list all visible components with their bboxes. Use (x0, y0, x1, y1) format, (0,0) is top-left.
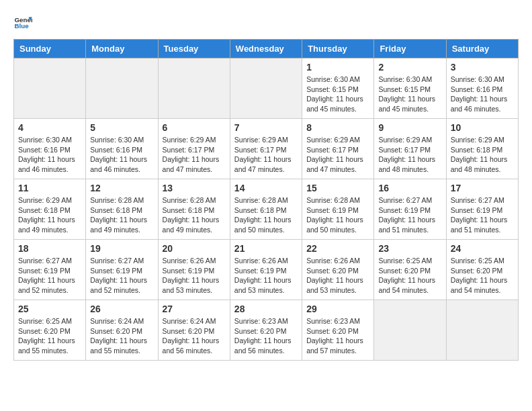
calendar-cell: 23Sunrise: 6:25 AMSunset: 6:20 PMDayligh… (374, 240, 446, 300)
day-number: 1 (306, 62, 369, 73)
cell-info: Sunrise: 6:28 AMSunset: 6:18 PMDaylight:… (90, 195, 153, 235)
day-number: 27 (163, 304, 226, 314)
calendar-week-4: 18Sunrise: 6:27 AMSunset: 6:19 PMDayligh… (14, 240, 519, 300)
day-number: 7 (234, 122, 298, 133)
calendar-cell: 28Sunrise: 6:23 AMSunset: 6:20 PMDayligh… (230, 300, 302, 361)
day-number: 21 (234, 243, 298, 254)
cell-info: Sunrise: 6:30 AMSunset: 6:16 PMDaylight:… (451, 75, 514, 114)
calendar-cell: 2Sunrise: 6:30 AMSunset: 6:15 PMDaylight… (374, 58, 446, 119)
cell-info: Sunrise: 6:27 AMSunset: 6:19 PMDaylight:… (18, 256, 81, 295)
day-header-friday: Friday (374, 40, 446, 58)
logo-icon: General Blue (13, 13, 32, 32)
calendar-cell: 15Sunrise: 6:28 AMSunset: 6:19 PMDayligh… (302, 179, 374, 240)
calendar-cell: 24Sunrise: 6:25 AMSunset: 6:20 PMDayligh… (446, 240, 518, 300)
cell-info: Sunrise: 6:27 AMSunset: 6:19 PMDaylight:… (451, 195, 514, 235)
day-number: 23 (378, 243, 441, 254)
cell-info: Sunrise: 6:29 AMSunset: 6:17 PMDaylight:… (234, 135, 298, 175)
day-number: 17 (451, 183, 514, 193)
calendar-cell: 11Sunrise: 6:29 AMSunset: 6:18 PMDayligh… (14, 179, 86, 240)
calendar-cell: 4Sunrise: 6:30 AMSunset: 6:16 PMDaylight… (14, 119, 86, 179)
calendar-cell (446, 300, 518, 361)
cell-info: Sunrise: 6:29 AMSunset: 6:17 PMDaylight:… (163, 135, 226, 175)
cell-info: Sunrise: 6:27 AMSunset: 6:19 PMDaylight:… (378, 195, 441, 235)
day-number: 6 (163, 122, 226, 133)
cell-info: Sunrise: 6:29 AMSunset: 6:18 PMDaylight:… (451, 135, 514, 175)
day-number: 16 (378, 183, 441, 193)
day-header-thursday: Thursday (302, 40, 374, 58)
calendar-cell: 10Sunrise: 6:29 AMSunset: 6:18 PMDayligh… (446, 119, 518, 179)
day-number: 14 (234, 183, 298, 193)
calendar-cell: 21Sunrise: 6:26 AMSunset: 6:19 PMDayligh… (230, 240, 302, 300)
cell-info: Sunrise: 6:30 AMSunset: 6:15 PMDaylight:… (378, 75, 441, 114)
day-header-wednesday: Wednesday (230, 40, 302, 58)
cell-info: Sunrise: 6:25 AMSunset: 6:20 PMDaylight:… (451, 256, 514, 295)
calendar-cell (86, 58, 158, 119)
calendar-cell: 18Sunrise: 6:27 AMSunset: 6:19 PMDayligh… (14, 240, 86, 300)
cell-info: Sunrise: 6:30 AMSunset: 6:16 PMDaylight:… (18, 135, 81, 175)
calendar-cell: 3Sunrise: 6:30 AMSunset: 6:16 PMDaylight… (446, 58, 518, 119)
calendar-week-5: 25Sunrise: 6:25 AMSunset: 6:20 PMDayligh… (14, 300, 519, 361)
day-number: 9 (378, 122, 441, 133)
calendar-cell: 20Sunrise: 6:26 AMSunset: 6:19 PMDayligh… (158, 240, 230, 300)
calendar-cell: 22Sunrise: 6:26 AMSunset: 6:20 PMDayligh… (302, 240, 374, 300)
cell-info: Sunrise: 6:30 AMSunset: 6:16 PMDaylight:… (90, 135, 153, 175)
day-number: 29 (306, 304, 369, 314)
day-number: 3 (451, 62, 514, 73)
calendar-cell: 26Sunrise: 6:24 AMSunset: 6:20 PMDayligh… (86, 300, 158, 361)
day-number: 25 (18, 304, 81, 314)
cell-info: Sunrise: 6:28 AMSunset: 6:19 PMDaylight:… (306, 195, 369, 235)
calendar-week-2: 4Sunrise: 6:30 AMSunset: 6:16 PMDaylight… (14, 119, 519, 179)
cell-info: Sunrise: 6:28 AMSunset: 6:18 PMDaylight:… (234, 195, 298, 235)
calendar-cell (158, 58, 230, 119)
calendar-cell: 14Sunrise: 6:28 AMSunset: 6:18 PMDayligh… (230, 179, 302, 240)
cell-info: Sunrise: 6:26 AMSunset: 6:20 PMDaylight:… (306, 256, 369, 295)
calendar-cell: 9Sunrise: 6:29 AMSunset: 6:17 PMDaylight… (374, 119, 446, 179)
cell-info: Sunrise: 6:25 AMSunset: 6:20 PMDaylight:… (18, 316, 81, 356)
calendar-cell: 29Sunrise: 6:23 AMSunset: 6:20 PMDayligh… (302, 300, 374, 361)
day-number: 11 (18, 183, 81, 193)
calendar-cell: 16Sunrise: 6:27 AMSunset: 6:19 PMDayligh… (374, 179, 446, 240)
day-number: 12 (90, 183, 153, 193)
calendar-cell: 6Sunrise: 6:29 AMSunset: 6:17 PMDaylight… (158, 119, 230, 179)
day-number: 10 (451, 122, 514, 133)
cell-info: Sunrise: 6:29 AMSunset: 6:17 PMDaylight:… (306, 135, 369, 175)
day-number: 2 (378, 62, 441, 73)
day-number: 15 (306, 183, 369, 193)
day-header-saturday: Saturday (446, 40, 518, 58)
calendar-cell (374, 300, 446, 361)
calendar-cell: 8Sunrise: 6:29 AMSunset: 6:17 PMDaylight… (302, 119, 374, 179)
calendar-cell: 25Sunrise: 6:25 AMSunset: 6:20 PMDayligh… (14, 300, 86, 361)
day-number: 26 (90, 304, 153, 314)
calendar-cell: 5Sunrise: 6:30 AMSunset: 6:16 PMDaylight… (86, 119, 158, 179)
calendar-table: SundayMondayTuesdayWednesdayThursdayFrid… (13, 39, 519, 361)
svg-text:Blue: Blue (14, 22, 29, 30)
page-header: General Blue (13, 13, 519, 32)
cell-info: Sunrise: 6:27 AMSunset: 6:19 PMDaylight:… (90, 256, 153, 295)
cell-info: Sunrise: 6:29 AMSunset: 6:17 PMDaylight:… (378, 135, 441, 175)
day-number: 22 (306, 243, 369, 254)
calendar-week-1: 1Sunrise: 6:30 AMSunset: 6:15 PMDaylight… (14, 58, 519, 119)
day-number: 20 (163, 243, 226, 254)
logo: General Blue (13, 13, 35, 32)
cell-info: Sunrise: 6:26 AMSunset: 6:19 PMDaylight:… (163, 256, 226, 295)
calendar-cell: 1Sunrise: 6:30 AMSunset: 6:15 PMDaylight… (302, 58, 374, 119)
cell-info: Sunrise: 6:26 AMSunset: 6:19 PMDaylight:… (234, 256, 298, 295)
cell-info: Sunrise: 6:28 AMSunset: 6:18 PMDaylight:… (163, 195, 226, 235)
day-number: 8 (306, 122, 369, 133)
day-number: 28 (234, 304, 298, 314)
day-number: 5 (90, 122, 153, 133)
cell-info: Sunrise: 6:24 AMSunset: 6:20 PMDaylight:… (163, 316, 226, 356)
day-header-monday: Monday (86, 40, 158, 58)
calendar-cell: 12Sunrise: 6:28 AMSunset: 6:18 PMDayligh… (86, 179, 158, 240)
calendar-cell: 27Sunrise: 6:24 AMSunset: 6:20 PMDayligh… (158, 300, 230, 361)
cell-info: Sunrise: 6:24 AMSunset: 6:20 PMDaylight:… (90, 316, 153, 356)
calendar-cell (230, 58, 302, 119)
calendar-header-row: SundayMondayTuesdayWednesdayThursdayFrid… (14, 40, 519, 58)
cell-info: Sunrise: 6:23 AMSunset: 6:20 PMDaylight:… (306, 316, 369, 356)
cell-info: Sunrise: 6:25 AMSunset: 6:20 PMDaylight:… (378, 256, 441, 295)
calendar-week-3: 11Sunrise: 6:29 AMSunset: 6:18 PMDayligh… (14, 179, 519, 240)
calendar-cell: 7Sunrise: 6:29 AMSunset: 6:17 PMDaylight… (230, 119, 302, 179)
calendar-cell: 19Sunrise: 6:27 AMSunset: 6:19 PMDayligh… (86, 240, 158, 300)
calendar-cell: 13Sunrise: 6:28 AMSunset: 6:18 PMDayligh… (158, 179, 230, 240)
day-number: 24 (451, 243, 514, 254)
